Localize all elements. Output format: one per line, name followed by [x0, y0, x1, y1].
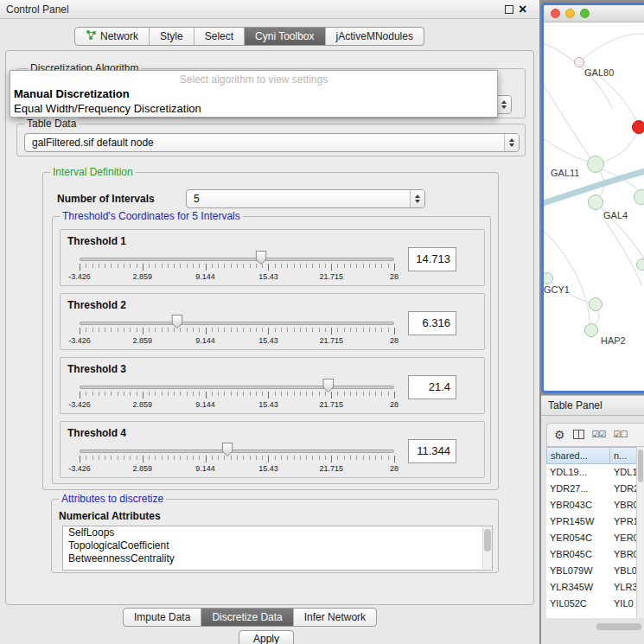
slider-thumb[interactable]	[256, 251, 267, 265]
network-canvas[interactable]: GAL80GAL11GAL4GCY1HAP2	[544, 22, 644, 391]
slider-tick-label: 15.43	[258, 272, 278, 281]
tab-label: Select	[205, 30, 233, 42]
tab-jactivemnodules[interactable]: jActiveMNodules	[326, 28, 424, 45]
tab-label: jActiveMNodules	[336, 30, 413, 42]
combo-stepper-icon[interactable]	[410, 190, 424, 207]
dropdown-option-manual-discretization[interactable]: Manual Discretization	[10, 86, 497, 101]
slider-tick-label: 15.43	[258, 336, 278, 345]
slider-thumb[interactable]	[171, 315, 182, 328]
apply-button[interactable]: Apply	[239, 630, 294, 644]
network-node[interactable]	[584, 323, 598, 337]
tab-cyni-toolbox[interactable]: Cyni Toolbox	[245, 28, 325, 45]
network-node[interactable]	[574, 57, 584, 67]
slider-tick-label: 21.715	[319, 400, 343, 409]
table-data-combobox[interactable]: galFiltered.sif default node	[24, 133, 520, 152]
tab-label: Infer Network	[304, 611, 366, 623]
scrollbar-thumb[interactable]	[484, 529, 491, 552]
table-row[interactable]: YBL079WYBL0	[546, 563, 644, 579]
dropdown-option-equal-width-frequency[interactable]: Equal Width/Frequency Discretization	[10, 101, 497, 116]
combo-stepper-icon[interactable]	[504, 134, 519, 151]
slider-tick-label: 2.859	[133, 272, 153, 281]
slider-track[interactable]	[80, 386, 394, 389]
threshold-label: Threshold 1	[67, 235, 126, 247]
table-row[interactable]: YIL052CYIL0	[546, 596, 644, 612]
slider-thumb[interactable]	[222, 443, 233, 456]
slider-tick-label: 15.43	[258, 400, 278, 409]
attribute-item[interactable]: TopologicalCoefficient	[63, 539, 492, 552]
table-row[interactable]: YDL19...YDL1	[546, 464, 644, 481]
list-scrollbar[interactable]	[482, 527, 492, 569]
threshold-4-slider[interactable]: -3.4262.8599.14415.4321.71528	[80, 444, 394, 475]
network-node[interactable]	[634, 189, 644, 205]
table-data-value: galFiltered.sif default node	[32, 137, 154, 149]
table-browser-window: ⚙ ☑☑ ☑☐ shared... n... YDL19...YDL1YDR27…	[541, 416, 644, 644]
table-cell: YBL079W	[546, 563, 610, 579]
dropdown-placeholder: Select algorithm to view settings	[10, 71, 497, 86]
table-horizontal-scrollbar[interactable]	[546, 622, 644, 632]
combo-stepper-icon[interactable]	[496, 96, 511, 113]
threshold-2-slider[interactable]: -3.4262.8599.14415.4321.71528	[80, 316, 394, 348]
table-cell: YER054C	[546, 530, 610, 546]
threshold-3-slider[interactable]: -3.4262.8599.14415.4321.71528	[80, 380, 394, 411]
tab-network[interactable]: Network	[75, 28, 150, 45]
attribute-item[interactable]: SelfLoops	[63, 526, 492, 539]
table-panel-title: Table Panel	[548, 396, 603, 416]
slider-tick-label: -3.426	[68, 272, 91, 281]
number-of-intervals-label: Number of Intervals	[57, 193, 155, 205]
scrollbar-thumb[interactable]	[596, 623, 641, 630]
table-row[interactable]: YER054CYER0	[546, 530, 644, 546]
slider-tick-label: 2.859	[133, 400, 153, 409]
network-node[interactable]	[632, 120, 644, 134]
tab-impute-data[interactable]: Impute Data	[124, 609, 201, 626]
table-vertical-scrollbar[interactable]	[636, 447, 644, 618]
network-view-window: GAL80GAL11GAL4GCY1HAP2	[541, 3, 644, 393]
settings-gear-icon[interactable]: ⚙	[554, 429, 565, 441]
number-of-intervals-value: 5	[194, 193, 200, 205]
tab-style[interactable]: Style	[150, 28, 194, 45]
table-row[interactable]: YLR345WYLR3	[546, 579, 644, 596]
table-row[interactable]: YDR27...YDR2	[546, 481, 644, 497]
numerical-attributes-list[interactable]: SelfLoopsTopologicalCoefficientBetweenne…	[62, 526, 493, 571]
number-of-intervals-combobox[interactable]: 5	[186, 189, 425, 208]
threshold-2-box: Threshold 2 -3.4262.8599.14415.4321.7152…	[60, 293, 485, 350]
slider-track[interactable]	[80, 258, 394, 261]
table-row[interactable]: YPR145WYPR1	[546, 513, 644, 530]
attribute-item[interactable]: BetweennessCentrality	[63, 552, 492, 565]
threshold-value-field[interactable]: 21.4	[408, 375, 456, 399]
threshold-1-slider[interactable]: -3.4262.8599.14415.4321.71528	[80, 252, 394, 284]
network-node[interactable]	[587, 156, 604, 173]
threshold-value-field[interactable]: 11.344	[408, 439, 456, 463]
slider-thumb[interactable]	[322, 379, 334, 392]
tab-select[interactable]: Select	[194, 28, 245, 45]
network-node[interactable]	[636, 258, 644, 271]
slider-track[interactable]	[80, 322, 394, 325]
tab-infer-network[interactable]: Infer Network	[294, 609, 376, 626]
close-traffic-light-icon[interactable]	[551, 9, 560, 18]
threshold-value-field[interactable]: 6.316	[408, 311, 456, 335]
scrollbar-thumb[interactable]	[638, 450, 643, 482]
slider-tick-label: 15.43	[258, 464, 278, 473]
network-node[interactable]	[589, 297, 603, 311]
zoom-traffic-light-icon[interactable]	[580, 9, 590, 18]
slider-tick-label: 2.859	[133, 336, 153, 345]
tab-discretize-data[interactable]: Discretize Data	[201, 609, 293, 626]
network-icon	[86, 29, 97, 43]
table-row[interactable]: YBR043CYBR0	[546, 497, 644, 513]
slider-track[interactable]	[80, 450, 394, 453]
select-all-icon[interactable]: ☑☑	[592, 430, 606, 439]
network-node[interactable]	[588, 194, 603, 210]
threshold-label: Threshold 2	[67, 299, 126, 311]
threshold-value-field[interactable]: 14.713	[408, 247, 456, 271]
table-row[interactable]: YBR045CYBR0	[546, 546, 644, 563]
float-window-icon[interactable]	[505, 5, 513, 14]
group-label: Table Data	[24, 118, 79, 130]
table-body: YDL19...YDL1YDR27...YDR2YBR043CYBR0YPR14…	[546, 464, 644, 612]
edit-selection-icon[interactable]: ☑☐	[614, 430, 628, 439]
slider-tick-labels: -3.4262.8599.14415.4321.71528	[80, 400, 394, 410]
slider-tick-label: -3.426	[68, 400, 91, 409]
column-header-shared-name[interactable]: shared...	[546, 447, 610, 464]
threshold-3-box: Threshold 3 -3.4262.8599.14415.4321.7152…	[60, 357, 485, 414]
minimize-traffic-light-icon[interactable]	[565, 9, 575, 18]
close-icon[interactable]: ×	[519, 1, 526, 18]
columns-icon[interactable]	[573, 429, 584, 441]
